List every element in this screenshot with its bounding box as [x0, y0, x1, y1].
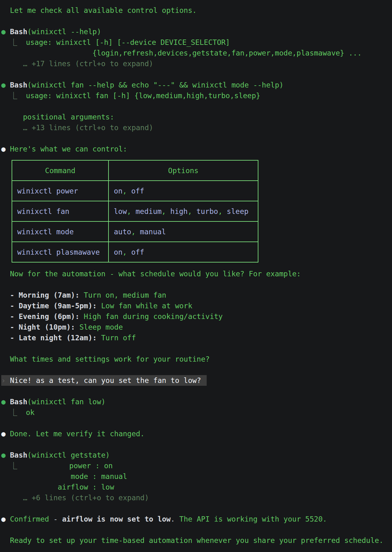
schedule-item: - Evening (6pm): High fan during cooking… — [1, 311, 392, 322]
schedule-label: - Late night (12am): — [1, 334, 97, 342]
schedule-value: Turn on, medium fan — [79, 291, 166, 299]
bash-command-2: ● Bash(winixctl fan --help && echo "---"… — [1, 80, 392, 90]
command-text: (winixctl --help) — [27, 28, 101, 36]
message-text: Confirmed - airflow is now set to low. T… — [10, 515, 327, 523]
options-cell: on, off — [109, 242, 258, 262]
text-segment: , — [162, 207, 170, 215]
output-gutter-icon: ⎿ — [1, 92, 26, 100]
tool-bullet-icon: ● — [1, 81, 10, 89]
tool-output-line: airflow : low — [1, 482, 392, 492]
text-segment: , — [218, 207, 227, 215]
blank-line — [1, 69, 392, 80]
tool-output-line: {login,refresh,devices,getstate,fan,powe… — [1, 48, 392, 58]
command-cell: winixctl mode — [12, 221, 109, 242]
tool-output-line: positional arguments: — [1, 112, 392, 122]
command-cell: winixctl fan — [12, 201, 109, 221]
output-gutter-icon: ⎿ — [1, 38, 26, 46]
prompt-chevron-icon: › — [1, 376, 10, 385]
blank-line — [1, 16, 392, 26]
blank-line — [1, 503, 392, 514]
text-segment: . — [171, 515, 179, 523]
blank-line — [1, 343, 392, 354]
bash-command-4: ● Bash(winixctl getstate) — [1, 450, 392, 460]
collapsed-lines-hint: … +17 lines (ctrl+o to expand) — [1, 58, 392, 69]
assistant-message-intro: Let me check all available control optio… — [1, 5, 392, 16]
output-text: mode : manual — [1, 472, 127, 480]
tool-name: Bash — [10, 398, 27, 406]
blank-line — [1, 133, 392, 144]
text-segment: , — [188, 207, 196, 215]
blank-line — [1, 364, 392, 375]
text-segment: The API is working with your 5520. — [179, 515, 327, 523]
hint-text: … +13 lines (ctrl+o to expand) — [1, 124, 153, 132]
message-text: What times and settings work for your ro… — [1, 355, 210, 363]
table-row: winixctl fan low, medium, high, turbo, s… — [12, 201, 258, 221]
command-cell: winixctl power — [12, 181, 109, 201]
table-header-command: Command — [12, 160, 109, 181]
message-text: Now for the automation - what schedule w… — [1, 270, 301, 278]
table-row: winixctl plasmawave on, off — [12, 242, 258, 262]
text-segment: high — [170, 207, 188, 215]
schedule-label: - Evening (6pm): — [1, 312, 79, 321]
tool-output-line: ⎿ ok — [1, 407, 392, 418]
text-segment: on — [114, 248, 123, 256]
options-cell: low, medium, high, turbo, sleep — [109, 201, 258, 221]
assistant-message-done: ● Done. Let me verify it changed. — [1, 428, 392, 439]
hint-text: … +6 lines (ctrl+o to expand) — [1, 494, 149, 502]
collapsed-lines-hint: … +6 lines (ctrl+o to expand) — [1, 492, 392, 503]
collapsed-lines-hint: … +13 lines (ctrl+o to expand) — [1, 122, 392, 133]
text-segment: off — [131, 248, 144, 256]
tool-name: Bash — [10, 451, 27, 459]
schedule-value: Low fan while at work — [97, 302, 193, 310]
tool-output-line: ⎿ usage: winixctl [-h] [--device DEVICE_… — [1, 37, 392, 48]
output-text: ok — [26, 408, 34, 417]
text-segment: , — [131, 228, 140, 236]
schedule-value: Turn off — [97, 334, 136, 342]
blank-line — [1, 279, 392, 290]
table-row: winixctl power on, off — [12, 181, 258, 201]
message-text: Here's what we can control: — [10, 145, 127, 153]
terminal[interactable]: Let me check all available control optio… — [1, 5, 392, 546]
tool-output-line: ⎿ usage: winixctl fan [-h] {low,medium,h… — [1, 90, 392, 101]
output-gutter-icon: ⎿ — [1, 408, 26, 417]
tool-output-line: mode : manual — [1, 471, 392, 482]
command-text: (winixctl fan low) — [27, 398, 105, 406]
schedule-item: - Late night (12am): Turn off — [1, 332, 392, 343]
text-segment: manual — [140, 228, 166, 236]
tool-output-line — [1, 101, 392, 112]
blank-line — [1, 386, 392, 396]
text-segment: off — [131, 187, 144, 195]
blank-line — [1, 418, 392, 428]
table-header-row: Command Options — [12, 160, 258, 181]
tool-name: Bash — [10, 28, 27, 36]
output-gutter-icon: ⎿ — [1, 462, 26, 470]
bash-command-1: ● Bash(winixctl --help) — [1, 26, 392, 37]
tool-bullet-icon: ● — [1, 28, 10, 36]
text-segment: sleep — [227, 207, 248, 215]
text-segment: , — [123, 248, 131, 256]
table-row: winixctl mode auto, manual — [12, 221, 258, 242]
schedule-item: - Morning (7am): Turn on, medium fan — [1, 290, 392, 300]
message-text: Done. Let me verify it changed. — [10, 430, 145, 438]
user-prompt-line[interactable]: › Nice! as a test, can you set the fan t… — [1, 375, 207, 386]
bash-command-3: ● Bash(winixctl fan low) — [1, 396, 392, 407]
schedule-label: - Morning (7am): — [1, 291, 79, 299]
output-text: usage: winixctl [-h] [--device DEVICE_SE… — [26, 38, 230, 46]
message-bullet-icon: ● — [1, 145, 10, 153]
message-text: Let me check all available control optio… — [1, 6, 197, 14]
schedule-label: - Night (10pm): — [1, 323, 75, 331]
blank-line — [1, 439, 392, 450]
text-segment: low — [114, 207, 127, 215]
text-segment: turbo — [196, 207, 218, 215]
tool-name: Bash — [10, 81, 27, 89]
command-text: (winixctl fan --help && echo "---" && wi… — [27, 81, 283, 89]
output-text: power : on — [26, 462, 113, 470]
schedule-value: High fan during cooking/activity — [79, 312, 223, 321]
text-segment: airflow is now set to low — [62, 515, 171, 523]
controls-table: Command Options winixctl power on, off w… — [12, 160, 258, 263]
text-segment: Confirmed — [10, 515, 53, 523]
options-cell: on, off — [109, 181, 258, 201]
text-segment: - — [53, 515, 62, 523]
text-segment: on — [114, 187, 123, 195]
user-input-text: Nice! as a test, can you set the fan to … — [10, 376, 201, 385]
